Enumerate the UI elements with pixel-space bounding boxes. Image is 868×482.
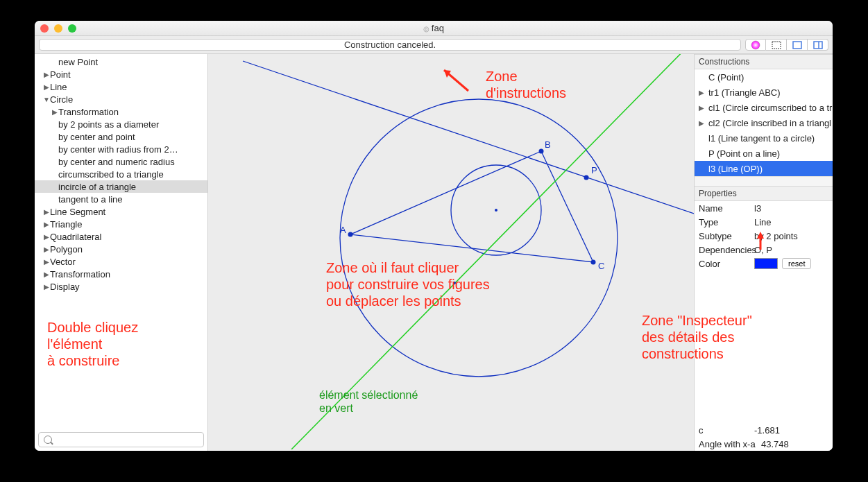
tree-item[interactable]: ▼Circle <box>35 93 207 105</box>
main-area: new Point▶Point▶Line▼Circle▶Transformati… <box>35 54 833 451</box>
constructions-list[interactable]: C (Point)▶tr1 (Triangle ABC)▶cl1 (Circle… <box>695 69 833 176</box>
svg-marker-23 <box>757 232 764 239</box>
tree-item[interactable]: by center with radius from 2… <box>35 143 207 155</box>
prop-type-label: Type <box>699 217 754 227</box>
tree-item[interactable]: incircle of a triangle <box>35 180 207 193</box>
construction-item[interactable]: ▶cl2 (Circle inscribed in a triangl <box>695 115 833 130</box>
list-scrollbar[interactable] <box>695 176 833 186</box>
tree-item[interactable]: ▶Vector <box>35 255 207 268</box>
app-window: faq Construction canceled. new Point▶P <box>35 21 833 451</box>
tree-item[interactable]: ▶Line <box>35 80 207 93</box>
prop-angle-value: 43.748 <box>761 439 789 449</box>
prop-c-label: c <box>699 425 754 436</box>
properties-extra: c-1.681 Angle with x-a43.748 <box>695 423 833 451</box>
construction-tool-tree[interactable]: new Point▶Point▶Line▼Circle▶Transformati… <box>35 54 207 429</box>
construction-item[interactable]: P (Point on a line) <box>695 146 833 161</box>
tree-item[interactable]: ▶Transformation <box>35 105 207 118</box>
svg-point-12 <box>539 149 544 154</box>
tree-item[interactable]: circumscribed to a triangle <box>35 168 207 180</box>
dashed-rect-icon <box>771 40 782 51</box>
svg-text:C: C <box>598 261 604 271</box>
svg-text:B: B <box>545 139 551 150</box>
svg-point-18 <box>495 209 497 212</box>
tree-item[interactable]: ▶Display <box>35 280 207 293</box>
svg-point-0 <box>751 41 760 49</box>
color-picker-button[interactable] <box>745 39 766 51</box>
figure-svg: A B C P <box>208 54 694 449</box>
tree-item[interactable]: ▶Triangle <box>35 218 207 230</box>
tree-item[interactable]: ▶Line Segment <box>35 205 207 218</box>
tree-item[interactable]: by center and numeric radius <box>35 155 207 168</box>
tree-item[interactable]: ▶Quadrilateral <box>35 230 207 243</box>
left-panel: new Point▶Point▶Line▼Circle▶Transformati… <box>35 54 208 451</box>
svg-text:A: A <box>340 225 346 235</box>
prop-name-value: l3 <box>754 203 761 214</box>
tree-item[interactable]: by 2 points as a diameter <box>35 118 207 130</box>
arrow-icon <box>437 67 479 94</box>
color-wheel-icon <box>750 40 761 51</box>
svg-line-9 <box>291 54 694 449</box>
arrow-icon <box>754 230 767 251</box>
rect-outline-icon <box>792 40 803 51</box>
construction-item[interactable]: C (Point) <box>695 69 833 85</box>
svg-marker-7 <box>350 151 593 262</box>
titlebar: faq <box>35 21 833 36</box>
message-bar: Construction canceled. <box>39 39 741 51</box>
tree-item[interactable]: ▶Point <box>35 68 207 80</box>
prop-angle-label: Angle with x-a <box>699 439 761 449</box>
svg-point-19 <box>453 282 456 284</box>
tree-item[interactable]: ▶Transformation <box>35 268 207 280</box>
window-title: faq <box>35 23 833 33</box>
selection-tool-button[interactable] <box>766 39 787 51</box>
svg-point-10 <box>348 232 353 237</box>
search-box <box>38 432 204 447</box>
tree-item[interactable]: ▶Polygon <box>35 243 207 255</box>
constructions-header: Constructions <box>695 54 833 69</box>
svg-text:P: P <box>591 165 597 175</box>
prop-name-label: Name <box>699 203 754 214</box>
properties-header: Properties <box>695 186 833 201</box>
prop-c-value: -1.681 <box>754 425 780 436</box>
prop-type-value: Line <box>754 217 772 227</box>
prop-subtype-label: Subtype <box>699 231 754 241</box>
search-input[interactable] <box>38 432 204 447</box>
tree-item[interactable]: by center and point <box>35 130 207 143</box>
tree-item[interactable]: tangent to a line <box>35 193 207 205</box>
inspector-panel: Constructions C (Point)▶tr1 (Triangle AB… <box>694 54 833 451</box>
svg-point-14 <box>591 260 596 265</box>
view-mode-2-button[interactable] <box>808 39 828 51</box>
svg-point-16 <box>584 175 589 180</box>
construction-item[interactable]: ▶tr1 (Triangle ABC) <box>695 85 833 100</box>
split-rect-icon <box>812 40 824 51</box>
view-mode-1-button[interactable] <box>787 39 808 51</box>
toolbar: Construction canceled. <box>35 36 833 54</box>
svg-rect-1 <box>772 42 781 49</box>
construction-item[interactable]: l3 (Line (OP)) <box>695 161 833 176</box>
tree-item[interactable]: new Point <box>35 55 207 68</box>
toolbar-buttons <box>745 39 828 51</box>
svg-rect-2 <box>793 42 801 49</box>
geometry-canvas[interactable]: A B C P <box>208 54 694 451</box>
construction-item[interactable]: ▶cl1 (Circle circumscribed to a tr <box>695 100 833 115</box>
construction-item[interactable]: l1 (Line tangent to a circle) <box>695 130 833 146</box>
svg-rect-3 <box>814 42 822 49</box>
